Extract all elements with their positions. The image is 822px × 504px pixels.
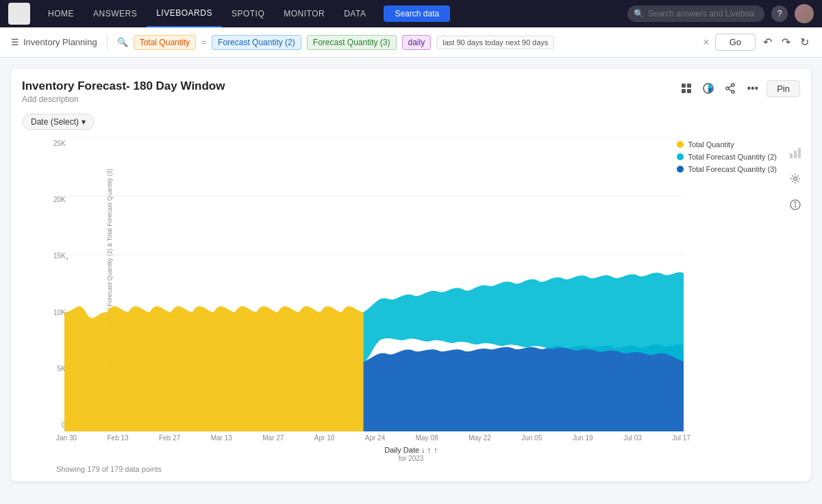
share-button[interactable]	[722, 80, 738, 97]
nav-spotiq[interactable]: SPOTIQ	[222, 0, 274, 27]
x-label-apr24: Apr 24	[365, 434, 385, 442]
tag-quantity[interactable]: Total Quantity	[134, 35, 196, 50]
table-view-button[interactable]	[678, 80, 695, 97]
x-label-apr10: Apr 10	[314, 434, 334, 442]
svg-rect-7	[687, 89, 691, 93]
help-button[interactable]: ?	[771, 5, 788, 22]
x-label-may22: May 22	[469, 434, 491, 442]
chart-footer: Daily Date ↓ ↑ ↑ for 2023	[22, 446, 800, 462]
search-divider	[107, 36, 108, 49]
chart-area: Total Quantity & Total Forecast Quantity…	[22, 137, 800, 431]
pin-button[interactable]: Pin	[767, 80, 800, 97]
redo-button[interactable]: ↷	[780, 34, 793, 51]
tag-forecast3[interactable]: Forecast Quantity (3)	[307, 35, 397, 50]
chart-toolbar: ••• Pin	[678, 79, 800, 97]
x-axis-labels: Jan 30 Feb 13 Feb 27 Mar 13 Mar 27 Apr 1…	[56, 434, 690, 442]
svg-rect-23	[794, 151, 797, 158]
chart-title: Inventory Forecast- 180 Day Window	[22, 79, 225, 93]
svg-rect-1	[20, 7, 26, 13]
chart-title-section: Inventory Forecast- 180 Day Window Add d…	[22, 79, 225, 104]
nav-liveboards[interactable]: LIVEBOARDS	[147, 0, 222, 27]
daily-date-text: Daily Date ↓ ↑	[384, 446, 431, 454]
chart-card: Inventory Forecast- 180 Day Window Add d…	[11, 68, 811, 481]
settings-sidebar-button[interactable]	[785, 168, 806, 189]
chart-type-sidebar-button[interactable]	[785, 142, 806, 163]
chart-header: Inventory Forecast- 180 Day Window Add d…	[22, 79, 800, 104]
chart-svg-container: ›	[64, 137, 684, 431]
chart-svg: ›	[64, 137, 684, 431]
x-label-jul03: Jul 03	[623, 434, 642, 442]
app-logo[interactable]	[8, 3, 30, 25]
svg-rect-22	[790, 153, 793, 158]
search-data-button[interactable]: Search data	[384, 5, 450, 22]
svg-rect-4	[682, 84, 686, 88]
svg-text:›: ›	[66, 253, 68, 262]
sort-icon: ↑	[434, 446, 438, 454]
info-sidebar-button[interactable]	[785, 194, 806, 215]
x-label-jun05: Jun 05	[521, 434, 542, 442]
x-label-mar13: Mar 13	[211, 434, 232, 442]
nav-search-icon: 🔍	[634, 9, 644, 18]
menu-icon: ☰	[11, 37, 19, 47]
svg-point-10	[726, 87, 729, 90]
x-label-jun19: Jun 19	[573, 434, 593, 442]
search-bar-right: × Go ↶ ↷ ↻	[703, 34, 811, 51]
nav-links: HOME ANSWERS LIVEBOARDS SPOTIQ MONITOR D…	[38, 0, 375, 27]
svg-point-11	[732, 90, 734, 93]
svg-rect-0	[12, 7, 18, 13]
tag-forecast2[interactable]: Forecast Quantity (2)	[212, 35, 301, 50]
user-avatar[interactable]	[795, 4, 814, 23]
nav-right: 🔍 ?	[627, 4, 814, 23]
svg-rect-24	[798, 148, 801, 158]
more-options-button[interactable]: •••	[744, 79, 761, 97]
nav-answers[interactable]: ANSWERS	[84, 0, 147, 27]
x-label-may08: May 08	[416, 434, 438, 442]
svg-line-12	[729, 86, 732, 88]
svg-rect-2	[12, 14, 18, 21]
nav-home[interactable]: HOME	[38, 0, 84, 27]
x-label-jan30: Jan 30	[56, 434, 77, 442]
nav-monitor[interactable]: MONITOR	[274, 0, 334, 27]
breadcrumb-label: Inventory Planning	[23, 37, 97, 47]
search-icon: 🔍	[117, 37, 128, 47]
svg-rect-5	[687, 84, 691, 88]
nav-search-input[interactable]	[627, 5, 764, 22]
tag-daily[interactable]: daily	[402, 35, 432, 50]
x-label-jul17: Jul 17	[672, 434, 690, 442]
svg-point-25	[794, 177, 797, 181]
nav-search-wrap: 🔍	[627, 5, 764, 22]
tag-daterange[interactable]: last 90 days today next 90 days	[436, 36, 554, 49]
date-select-label: Date (Select)	[31, 117, 79, 127]
daily-date-sub: for 2023	[22, 455, 800, 462]
daily-date-label[interactable]: Daily Date ↓ ↑ ↑	[22, 446, 800, 454]
svg-rect-6	[682, 89, 686, 93]
chart-sidebar-icons	[780, 137, 811, 220]
breadcrumb[interactable]: ☰ Inventory Planning	[11, 37, 97, 47]
nav-data[interactable]: DATA	[334, 0, 375, 27]
svg-point-28	[795, 202, 796, 203]
refresh-button[interactable]: ↻	[798, 34, 811, 51]
equals-sign: =	[201, 38, 206, 47]
x-label-feb13: Feb 13	[107, 434, 128, 442]
svg-line-13	[729, 89, 732, 91]
go-button[interactable]: Go	[715, 34, 756, 51]
chart-type-button[interactable]	[700, 80, 717, 97]
date-select-button[interactable]: Date (Select) ▾	[22, 114, 95, 130]
undo-button[interactable]: ↶	[761, 34, 774, 51]
clear-button[interactable]: ×	[703, 36, 709, 49]
x-label-mar27: Mar 27	[262, 434, 284, 442]
chevron-down-icon: ▾	[82, 117, 86, 127]
svg-rect-3	[20, 14, 26, 21]
showing-label: Showing 179 of 179 data points	[56, 465, 800, 473]
search-bar: ☰ Inventory Planning 🔍 Total Quantity = …	[0, 27, 822, 58]
top-navigation: HOME ANSWERS LIVEBOARDS SPOTIQ MONITOR D…	[0, 0, 822, 27]
x-label-feb27: Feb 27	[159, 434, 180, 442]
chart-add-description[interactable]: Add description	[22, 94, 225, 104]
svg-point-9	[732, 84, 734, 86]
